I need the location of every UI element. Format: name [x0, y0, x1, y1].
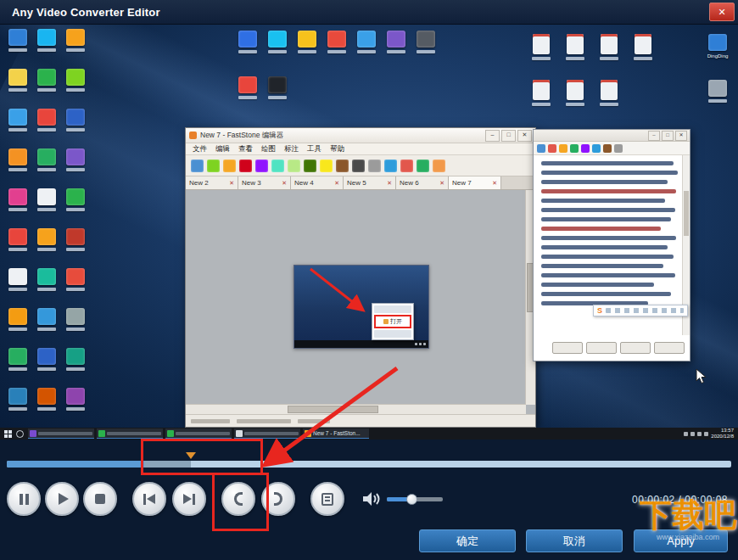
taskbar-clock: 13:57 2020/12/8: [711, 428, 734, 440]
desktop-icon-glyph: [8, 29, 27, 46]
text-line: [541, 208, 675, 212]
tab-close-icon: ✕: [334, 180, 339, 187]
statusbar-segment: [237, 419, 291, 423]
start-icon: [4, 430, 12, 438]
desktop-icon-label: [66, 288, 85, 291]
desktop-icon: [3, 109, 32, 148]
ok-button[interactable]: 确定: [419, 529, 516, 552]
playhead-marker[interactable]: [186, 452, 196, 464]
toolbar-icon: [368, 160, 381, 172]
desktop-icon-glyph: [8, 268, 27, 285]
close-icon: ✕: [517, 130, 532, 142]
toolbar-icon: [320, 160, 333, 172]
dialog-button: [654, 342, 685, 354]
timeline-seekbar[interactable]: [7, 461, 731, 468]
pause-button[interactable]: [7, 482, 41, 516]
next-frame-icon: [183, 494, 195, 505]
speaker-icon: [361, 491, 380, 507]
desktop-icon: [3, 148, 32, 188]
desktop-icon: [411, 31, 440, 76]
document-titlebar: – □ ✕: [534, 130, 690, 142]
captured-desktop-thumbnail: 打开: [294, 265, 429, 349]
taskbar-items: New 7 - FastSton...: [28, 428, 369, 439]
desktop-icon: [262, 31, 292, 76]
trim-start-button[interactable]: [221, 482, 255, 516]
context-menu-item-icon: [383, 319, 389, 324]
desktop-icon-label: [37, 48, 56, 52]
desktop-icon-glyph: [635, 34, 651, 54]
desktop-icon-glyph: [37, 308, 56, 325]
toolbar-icon: [400, 160, 413, 172]
desktop-icon-glyph: [357, 31, 376, 48]
desktop-icon-glyph: [8, 148, 27, 165]
desktop-icon: [292, 31, 321, 76]
faststone-toolbar: [186, 155, 535, 176]
desktop-icon: [61, 228, 90, 268]
sogou-icon: S: [597, 306, 602, 315]
close-icon: ✕: [718, 7, 725, 17]
play-button[interactable]: [45, 482, 79, 516]
tray-icon: [697, 432, 702, 436]
desktop-icon-glyph: [37, 348, 56, 365]
desktop-icon-glyph: [66, 29, 85, 46]
desktop-icon: [32, 69, 61, 109]
desktop-icon-glyph: [268, 31, 287, 48]
desktop-icon: [32, 268, 61, 308]
desktop-icon-label: [66, 168, 85, 171]
close-icon: ✕: [675, 131, 687, 141]
desktop-icon-label: [8, 128, 27, 132]
desktop-icon: [524, 80, 558, 126]
text-line: [541, 189, 676, 193]
apply-button[interactable]: Apply: [634, 529, 728, 552]
desktop-icon-label: [8, 288, 27, 291]
desktop-icon-glyph: [8, 69, 27, 86]
desktop-icon-glyph: [417, 31, 435, 48]
desktop-icon-label: [66, 248, 85, 251]
prev-frame-button[interactable]: [132, 482, 166, 516]
tab-close-icon: ✕: [492, 180, 497, 187]
text-line: [541, 283, 654, 287]
toolbar-icon: [603, 144, 612, 153]
desktop-icon-glyph: [567, 80, 584, 100]
faststone-tab: New 4✕: [291, 176, 344, 189]
faststone-tab: New 7✕: [449, 176, 501, 189]
volume-slider[interactable]: [387, 497, 443, 501]
desktop-icon-glyph: [533, 34, 550, 54]
pause-icon: [20, 494, 29, 505]
desktop-icon-label: [298, 50, 316, 53]
desktop-icon-glyph: [387, 31, 405, 48]
taskbar-item-icon: [167, 430, 174, 437]
faststone-menu-item: 文件: [193, 144, 207, 154]
video-preview[interactable]: DingDing New 7 - FastStone 编辑器 – □ ✕ 文件 …: [0, 24, 738, 440]
volume-handle[interactable]: [406, 494, 417, 505]
segment-list-button[interactable]: [310, 482, 344, 516]
desktop-icon-glyph: [567, 34, 584, 54]
desktop-icon-glyph: [66, 268, 85, 285]
close-button[interactable]: ✕: [709, 3, 735, 21]
previous-frame-icon: [143, 494, 155, 505]
desktop-icon-label: [8, 208, 27, 211]
tray-icon: [704, 432, 708, 436]
play-icon: [59, 493, 69, 505]
toolbar-icon: [581, 144, 590, 153]
taskbar-item-label: [176, 432, 230, 435]
desktop-icon-label: [37, 328, 56, 331]
desktop-icons-left: [3, 29, 90, 428]
desktop-icon-label: [37, 407, 56, 411]
next-frame-button[interactable]: [172, 482, 206, 516]
taskbar-item: New 7 - FastSton...: [303, 428, 369, 439]
stop-button[interactable]: [83, 482, 117, 516]
desktop-icon-label: [8, 48, 27, 52]
desktop-icon-glyph: [66, 228, 85, 245]
desktop-icon-glyph: [37, 388, 56, 405]
dialog-button: [586, 342, 617, 354]
cancel-button[interactable]: 取消: [526, 529, 623, 552]
desktop-icon-label: [8, 168, 27, 171]
desktop-icon-label: [532, 57, 551, 60]
text-line: [541, 227, 661, 231]
toolbar-icon: [239, 160, 252, 172]
desktop-icon: [32, 348, 61, 388]
trim-end-button[interactable]: [261, 482, 295, 516]
tab-close-icon: ✕: [282, 180, 287, 187]
desktop-icon-glyph: [66, 348, 85, 365]
